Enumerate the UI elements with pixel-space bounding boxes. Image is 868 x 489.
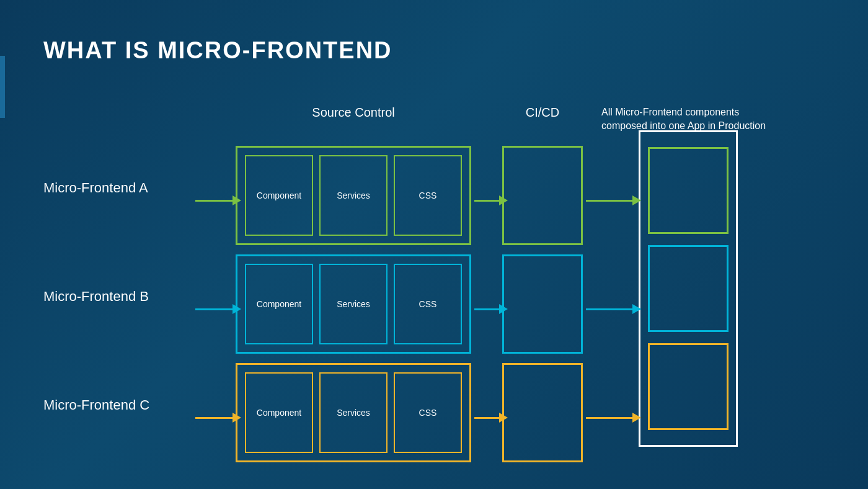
production-inner-blue bbox=[648, 245, 728, 332]
sc-box-c-css: CSS bbox=[394, 372, 462, 453]
row-c-arrow-3 bbox=[586, 413, 641, 423]
sc-box-a-component: Component bbox=[245, 155, 313, 236]
sc-box-a-services: Services bbox=[319, 155, 388, 236]
row-a-arrow-3 bbox=[586, 195, 641, 205]
source-control-header: Source Control bbox=[236, 105, 471, 120]
sc-box-b-component: Component bbox=[245, 264, 313, 344]
sc-box-c: Component Services CSS bbox=[236, 363, 471, 462]
cicd-header: CI/CD bbox=[502, 105, 583, 120]
sc-box-b: Component Services CSS bbox=[236, 254, 471, 354]
sc-box-c-services: Services bbox=[319, 372, 388, 453]
production-inner-yellow bbox=[648, 343, 728, 430]
row-b-label: Micro-Frontend B bbox=[43, 289, 149, 305]
sc-box-b-services: Services bbox=[319, 264, 388, 344]
slide-indicator bbox=[0, 56, 5, 118]
row-b-arrow-3 bbox=[586, 304, 641, 314]
production-inner-green bbox=[648, 147, 728, 234]
sc-box-c-component: Component bbox=[245, 372, 313, 453]
row-b-arrow-1 bbox=[195, 304, 241, 314]
sc-box-b-css: CSS bbox=[394, 264, 462, 344]
production-header: All Micro-Frontend components composed i… bbox=[601, 105, 769, 133]
cicd-box-a bbox=[502, 146, 583, 245]
row-c-label: Micro-Frontend C bbox=[43, 397, 149, 413]
sc-box-a: Component Services CSS bbox=[236, 146, 471, 245]
cicd-box-c bbox=[502, 363, 583, 462]
production-outer-box bbox=[639, 130, 738, 447]
row-a-arrow-1 bbox=[195, 195, 241, 205]
diagram-area: Source Control CI/CD All Micro-Frontend … bbox=[43, 105, 849, 478]
row-c-arrow-1 bbox=[195, 413, 241, 423]
row-a-label: Micro-Frontend A bbox=[43, 180, 148, 196]
cicd-box-b bbox=[502, 254, 583, 354]
sc-box-a-css: CSS bbox=[394, 155, 462, 236]
page-title: WHAT IS MICRO-FRONTEND bbox=[43, 37, 392, 64]
